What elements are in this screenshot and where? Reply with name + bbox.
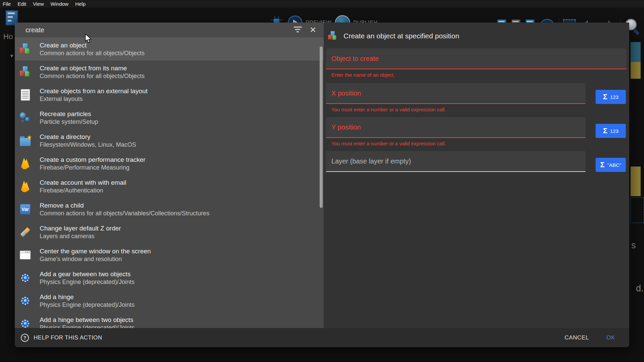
action-result-subtitle: Firebase/Authentication <box>40 187 126 194</box>
objects-cubes-icon <box>19 65 31 79</box>
y-position-error: You must enter a number or a valid expre… <box>331 141 627 146</box>
action-result-title: Create an object from its name <box>40 64 145 72</box>
action-result-row[interactable]: Create objects from an external layoutEx… <box>15 83 324 106</box>
action-title: Create an object at specified position <box>344 32 459 40</box>
eraser-icon <box>19 225 31 239</box>
sigma-icon: Σ <box>600 160 605 169</box>
action-result-subtitle: Physics Engine (deprecated)/Joints <box>40 301 134 309</box>
action-result-row[interactable]: Change layer default Z orderLayers and c… <box>15 221 324 244</box>
bg-teal-block <box>631 42 641 62</box>
action-result-row[interactable]: VarRemove a childCommon actions for all … <box>15 198 324 221</box>
home-tab-fragment: Ho <box>3 32 13 41</box>
gdevelop-window: FileEditViewWindowHelp PREVIEW PUBLISH <box>0 0 644 362</box>
physics-gear-icon <box>19 317 31 328</box>
expression-builder-button-layer[interactable]: Σ "ABC" <box>596 158 626 172</box>
firebase-flame-icon <box>19 180 31 193</box>
action-result-subtitle: Particle system/Setup <box>40 118 98 126</box>
close-icon[interactable]: ✕ <box>310 26 316 34</box>
action-result-title: Create objects from an external layout <box>40 87 148 95</box>
object-field-helper: Enter the name of an object. <box>331 72 627 78</box>
x-position-error: You must enter a number or a valid expre… <box>331 107 627 112</box>
sigma-icon: Σ <box>603 126 607 135</box>
action-result-subtitle: Layers and cameras <box>40 232 121 240</box>
action-result-title: Create a directory <box>40 133 136 141</box>
menu-item-file[interactable]: File <box>3 1 11 7</box>
particles-icon <box>19 111 31 124</box>
mouse-cursor <box>85 34 93 44</box>
action-result-title: Add a gear between two objects <box>40 270 134 278</box>
action-result-subtitle: Common actions for all objects/Objects <box>40 72 145 80</box>
filter-icon[interactable] <box>293 27 302 34</box>
action-result-title: Remove a child <box>40 202 209 210</box>
objects-cubes-icon <box>19 42 31 56</box>
bg-olive-block <box>631 167 641 196</box>
bg-text-fragment: d... <box>636 283 644 294</box>
bg-text-fragment: s <box>631 240 636 251</box>
action-detail-pane: Create an object at specified position O… <box>324 23 629 328</box>
action-result-row[interactable]: Create account with with emailFirebase/A… <box>15 175 324 198</box>
search-input[interactable] <box>26 26 293 34</box>
action-result-row[interactable]: Recreate particlesParticle system/Setup <box>15 106 324 129</box>
physics-gear-icon <box>19 294 31 307</box>
sigma-icon: Σ <box>603 93 607 101</box>
physics-gear-icon <box>19 271 31 285</box>
action-result-row[interactable]: Add a hingePhysics Engine (deprecated)/J… <box>15 289 324 312</box>
instruction-editor-dialog: ✕ Create an objectCommon actions for all… <box>15 23 629 347</box>
action-result-title: Create account with with email <box>40 179 126 187</box>
action-result-row[interactable]: Add a gear between two objectsPhysics En… <box>15 266 324 289</box>
results-scrollbar[interactable] <box>320 46 323 208</box>
action-search-pane: ✕ Create an objectCommon actions for all… <box>15 23 324 328</box>
menu-item-view[interactable]: View <box>33 1 44 7</box>
action-result-title: Recreate particles <box>40 110 98 118</box>
dialog-footer: ? HELP FOR THIS ACTION CANCEL OK <box>15 328 629 347</box>
ok-button[interactable]: OK <box>606 334 615 341</box>
menu-item-edit[interactable]: Edit <box>17 1 26 7</box>
action-result-subtitle: Physics Engine (deprecated)/Joints <box>40 278 134 286</box>
menu-bar: FileEditViewWindowHelp <box>0 0 644 7</box>
variable-badge-icon: Var <box>19 203 31 216</box>
bg-selection-dashed-box <box>631 197 644 223</box>
action-result-subtitle: Firebase/Performance Measuring <box>40 164 146 172</box>
action-result-title: Create a custom performance tracker <box>40 156 146 164</box>
window-icon <box>19 248 31 262</box>
bg-olive-block <box>631 62 641 79</box>
objects-cubes-icon <box>328 31 337 41</box>
action-result-row[interactable]: Create a custom performance trackerFireb… <box>15 152 324 175</box>
firebase-flame-icon <box>19 157 31 170</box>
action-result-row[interactable]: Center the game window on the screenGame… <box>15 244 324 266</box>
action-result-subtitle: Filesystem/Windows, Linux, MacOS <box>40 141 136 149</box>
action-result-title: Add a hinge <box>40 293 134 301</box>
layer-field[interactable]: Layer (base layer if empty) <box>326 151 586 172</box>
action-result-row[interactable]: ★Create a directoryFilesystem/Windows, L… <box>15 129 324 152</box>
menu-item-help[interactable]: Help <box>75 1 86 7</box>
y-position-field[interactable]: Y position <box>326 117 586 138</box>
action-result-row[interactable]: Add a hinge between two objectsPhysics E… <box>15 312 324 328</box>
action-result-subtitle: External layouts <box>40 95 148 103</box>
expression-builder-button-x[interactable]: Σ 123 <box>596 90 626 104</box>
object-to-create-field[interactable]: Object to create <box>326 48 627 69</box>
action-result-row[interactable]: Create an object from its nameCommon act… <box>15 61 324 83</box>
action-result-subtitle: Common actions for all objects/Variables… <box>40 210 209 217</box>
action-result-subtitle: Common actions for all objects/Objects <box>40 49 145 57</box>
action-result-row[interactable]: Create an objectCommon actions for all o… <box>15 38 324 61</box>
action-result-subtitle: Game's window and resolution <box>40 255 151 263</box>
folder-star-icon: ★ <box>19 134 31 147</box>
action-result-title: Center the game window on the screen <box>40 247 151 255</box>
action-results-list: Create an objectCommon actions for all o… <box>15 38 324 328</box>
cancel-button[interactable]: CANCEL <box>565 334 589 341</box>
help-for-this-action-button[interactable]: ? HELP FOR THIS ACTION <box>21 334 102 342</box>
menu-item-window[interactable]: Window <box>50 1 68 7</box>
help-icon: ? <box>21 334 29 342</box>
external-layout-icon <box>19 88 31 102</box>
chevron-down-icon[interactable]: ▼ <box>9 53 14 59</box>
expression-builder-button-y[interactable]: Σ 123 <box>596 124 626 138</box>
search-bar: ✕ <box>15 23 324 38</box>
action-result-subtitle: Physics Engine (deprecated)/Joints <box>40 324 134 328</box>
action-result-title: Add a hinge between two objects <box>40 316 134 324</box>
x-position-field[interactable]: X position <box>326 83 586 104</box>
action-result-title: Change layer default Z order <box>40 224 121 232</box>
